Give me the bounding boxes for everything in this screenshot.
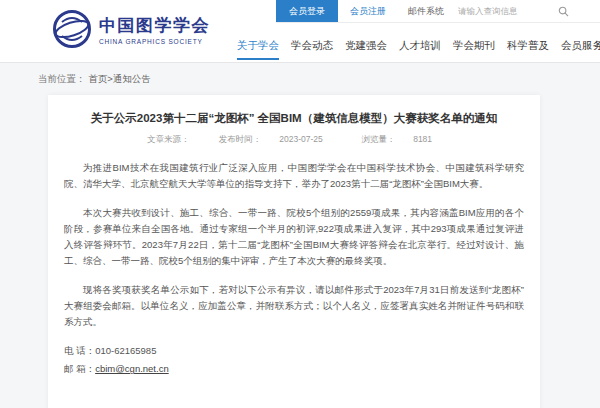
phone-line: 电 话：010-62165985 — [64, 343, 524, 359]
nav-item-news[interactable]: 学会动态 — [291, 33, 333, 58]
nav-item-member-service[interactable]: 会员服务 — [561, 33, 600, 58]
breadcrumb: 当前位置： 首页>通知公告 — [0, 63, 600, 95]
utility-topbar: 会员登录 会员注册 邮件系统 — [276, 0, 600, 23]
site-search — [458, 0, 569, 22]
main-nav: 关于学会 学会动态 党建强会 人才培训 学会期刊 科学普及 会员服务 团体标准 … — [237, 33, 600, 62]
email-link[interactable]: cbim@cgn.net.cn — [95, 363, 169, 374]
breadcrumb-path-link[interactable]: 首页>通知公告 — [88, 73, 151, 84]
site-logo[interactable]: 中国图学学会 CHINA GRAPHICS SOCIETY — [52, 9, 210, 53]
nav-item-journal[interactable]: 学会期刊 — [453, 33, 495, 58]
breadcrumb-label: 当前位置： — [38, 73, 86, 84]
mail-system-link[interactable]: 邮件系统 — [398, 0, 454, 22]
email-line: 邮 箱：cbim@cgn.net.cn — [64, 361, 524, 377]
phone-label: 电 话： — [64, 345, 95, 356]
meta-date-label: 发布时间： — [219, 134, 262, 144]
phone-number: 010-62165985 — [95, 345, 156, 356]
nav-item-training[interactable]: 人才培训 — [399, 33, 441, 58]
page-title: 关于公示2023第十二届“龙图杯” 全国BIM（建筑信息模型）大赛获奖名单的通知 — [68, 109, 520, 127]
meta-date-value: 2023-07-25 — [279, 134, 322, 144]
member-login-button[interactable]: 会员登录 — [276, 0, 338, 22]
paragraph-1: 为推进BIM技术在我国建筑行业广泛深入应用，中国图学学会在中国科学技术协会、中国… — [64, 160, 524, 192]
paragraph-2: 本次大赛共收到设计、施工、综合、一带一路、院校5个组别的2559项成果，其内容涵… — [64, 205, 524, 269]
logo-name-cn: 中国图学学会 — [99, 17, 210, 36]
site-header: 中国图学学会 CHINA GRAPHICS SOCIETY 会员登录 会员注册 … — [0, 0, 600, 63]
nav-item-party-building[interactable]: 党建强会 — [345, 33, 387, 58]
notice-card: 关于公示2023第十二届“龙图杯” 全国BIM（建筑信息模型）大赛获奖名单的通知… — [48, 95, 540, 408]
nav-item-about[interactable]: 关于学会 — [237, 33, 279, 60]
meta-views-label: 浏览量： — [361, 134, 395, 144]
meta-source-label: 文章来源： — [147, 134, 190, 144]
logo-name-en: CHINA GRAPHICS SOCIETY — [99, 38, 210, 45]
page: 中国图学学会 CHINA GRAPHICS SOCIETY 会员登录 会员注册 … — [0, 0, 600, 408]
meta-views-value: 8181 — [413, 134, 432, 144]
paragraph-3: 现将各奖项获奖名单公示如下，若对以下公示有异议，请以邮件形式于2023年7月31… — [64, 282, 524, 330]
member-register-link[interactable]: 会员注册 — [338, 0, 398, 22]
society-emblem-icon — [52, 9, 92, 53]
nav-item-science-popularization[interactable]: 科学普及 — [507, 33, 549, 58]
search-input[interactable] — [458, 6, 556, 16]
search-icon[interactable] — [558, 6, 569, 17]
article-body: 为推进BIM技术在我国建筑行业广泛深入应用，中国图学学会在中国科学技术协会、中国… — [64, 160, 524, 330]
email-label: 邮 箱： — [64, 363, 95, 374]
article-meta: 文章来源： 发布时间：2023-07-25 浏览量：8181 — [64, 134, 524, 146]
